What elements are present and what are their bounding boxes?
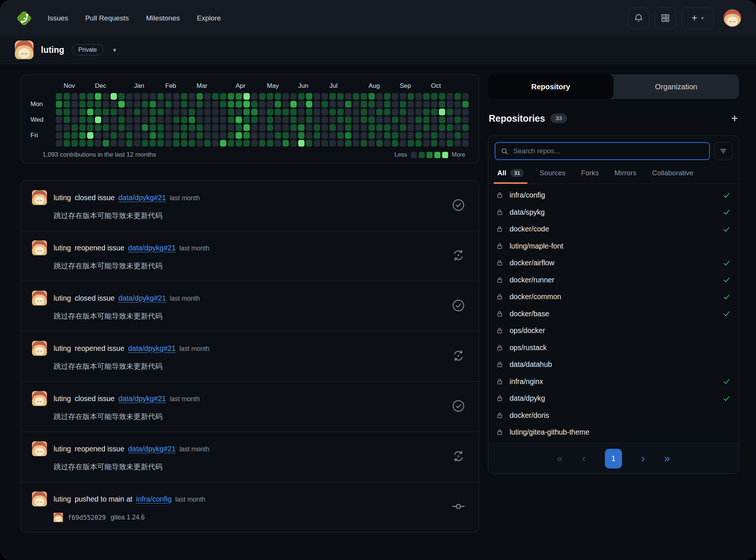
feed-target-link[interactable]: data/dpykg#21 xyxy=(118,294,166,303)
repo-list-item[interactable]: docker/common xyxy=(488,288,739,305)
gitea-logo-icon[interactable] xyxy=(15,9,34,28)
heatmap-cell xyxy=(353,132,359,139)
legend-cell xyxy=(411,152,417,158)
heatmap-cell xyxy=(157,124,164,131)
nav-link-explore[interactable]: Explore xyxy=(197,14,221,22)
pagination-page-1[interactable]: 1 xyxy=(605,449,622,468)
actor-name[interactable]: luting xyxy=(54,445,71,453)
admin-panel-button[interactable] xyxy=(655,7,676,29)
heatmap-cell xyxy=(283,140,289,147)
tab-repository[interactable]: Repository xyxy=(488,74,613,99)
repo-list-item[interactable]: infra/config xyxy=(488,187,739,204)
actor-avatar[interactable] xyxy=(32,291,47,305)
actor-name[interactable]: luting xyxy=(54,495,71,503)
repo-list-item[interactable]: docker/base xyxy=(488,305,739,323)
heatmap-cell xyxy=(111,132,117,139)
repositories-card: All31SourcesForksMirrorsCollaborative in… xyxy=(488,135,739,474)
repo-list-item[interactable]: docker/code xyxy=(488,221,739,238)
nav-link-pull-requests[interactable]: Pull Requests xyxy=(85,14,129,22)
tab-organization[interactable]: Organization xyxy=(613,74,739,99)
feed-target-link[interactable]: data/dpykg#21 xyxy=(128,244,176,252)
repo-filter-all[interactable]: All31 xyxy=(497,164,524,183)
repo-search-input[interactable] xyxy=(513,147,704,155)
add-repository-button[interactable]: + xyxy=(731,112,738,124)
feed-target-link[interactable]: data/dpykg#21 xyxy=(118,394,166,403)
repo-filter-sources[interactable]: Sources xyxy=(539,164,566,183)
repo-list-item[interactable]: data/datahub xyxy=(488,356,739,373)
pagination-last-page[interactable]: » xyxy=(664,453,670,464)
actor-avatar[interactable] xyxy=(32,190,47,205)
heatmap-cell xyxy=(142,116,148,123)
repo-list-item[interactable]: docker/airflow xyxy=(488,255,739,272)
heatmap-cell xyxy=(165,132,172,139)
repo-filter-forks[interactable]: Forks xyxy=(580,164,600,183)
profile-avatar[interactable] xyxy=(15,41,34,59)
heatmap-cell xyxy=(376,116,383,123)
actor-avatar[interactable] xyxy=(32,341,47,356)
heatmap-cell xyxy=(400,93,406,100)
profile-dropdown-caret-icon[interactable]: ▼ xyxy=(112,47,117,53)
heatmap-cell xyxy=(369,109,375,115)
feed-timestamp: last month xyxy=(170,395,200,403)
actor-name[interactable]: luting xyxy=(54,244,71,252)
actor-name[interactable]: luting xyxy=(54,193,71,202)
repo-list-item[interactable]: luting/maple-font xyxy=(488,238,739,255)
notifications-button[interactable] xyxy=(628,7,649,29)
actor-name[interactable]: luting xyxy=(54,294,71,303)
feed-target-link[interactable]: data/dpykg#21 xyxy=(128,344,176,353)
heatmap-cell xyxy=(447,101,453,108)
actor-avatar[interactable] xyxy=(32,391,47,406)
heatmap-cell xyxy=(329,93,336,100)
heatmap-cell xyxy=(361,93,367,100)
repo-filter-collaborative[interactable]: Collaborative xyxy=(651,164,694,183)
heatmap-cell xyxy=(142,101,148,108)
heatmap-cell xyxy=(134,109,140,115)
repo-list-item[interactable]: ops/docker xyxy=(488,322,739,339)
heatmap-month-label: Mar xyxy=(197,82,207,90)
heatmap-cell xyxy=(322,93,328,100)
repo-filter-mirrors[interactable]: Mirrors xyxy=(614,164,637,183)
actor-name[interactable]: luting xyxy=(54,344,71,353)
heatmap-cell xyxy=(79,101,86,108)
heatmap-cell xyxy=(173,132,179,139)
top-navbar: IssuesPull RequestsMilestonesExplore + ▾ xyxy=(0,0,756,36)
legend-cell xyxy=(419,152,425,158)
visibility-badge: Private xyxy=(72,44,104,55)
heatmap-cell xyxy=(337,116,344,123)
heatmap-cell xyxy=(400,109,406,115)
repo-filter-button[interactable] xyxy=(714,142,732,160)
filter-icon xyxy=(719,147,727,155)
legend-more-label: More xyxy=(452,151,465,158)
actor-avatar[interactable] xyxy=(32,492,47,506)
actor-avatar[interactable] xyxy=(32,441,47,456)
feed-target-link[interactable]: data/dpykg#21 xyxy=(118,193,166,202)
feed-target-link[interactable]: infra/config xyxy=(136,495,172,503)
nav-link-milestones[interactable]: Milestones xyxy=(146,14,180,22)
commit-hash-link[interactable]: f69d552029 xyxy=(68,514,106,521)
feed-target-link[interactable]: data/dpykg#21 xyxy=(128,445,176,453)
user-avatar[interactable] xyxy=(724,9,741,27)
nav-link-issues[interactable]: Issues xyxy=(48,14,68,22)
repo-list-item[interactable]: data/dpykg xyxy=(488,390,739,407)
repo-list-item[interactable]: luting/gitea-github-theme xyxy=(488,424,739,441)
right-column: RepositoryOrganization Repositories 33 +… xyxy=(488,74,739,474)
repo-list-item[interactable]: data/spykg xyxy=(488,204,739,221)
heatmap-cell xyxy=(275,132,281,139)
heatmap-cell xyxy=(197,140,203,147)
repo-list-item[interactable]: docker/runner xyxy=(488,272,739,289)
repo-list-item[interactable]: ops/rustack xyxy=(488,339,739,356)
heatmap-month-label: Nov xyxy=(64,82,75,90)
pagination-next-page[interactable]: › xyxy=(641,453,645,464)
create-new-button[interactable]: + ▾ xyxy=(682,7,714,29)
repo-list-item[interactable]: infra/nginx xyxy=(488,373,739,390)
commit-icon xyxy=(452,500,465,515)
repo-list-item[interactable]: docker/doris xyxy=(488,407,739,424)
heatmap-cell xyxy=(64,116,70,123)
actor-avatar[interactable] xyxy=(32,240,47,255)
heatmap-cell xyxy=(150,101,156,108)
feed-entry-title: lutingreopened issuedata/dpykg#21last mo… xyxy=(54,344,210,353)
heatmap-cell xyxy=(228,124,234,131)
actor-name[interactable]: luting xyxy=(54,394,71,403)
chevron-down-icon: ▾ xyxy=(701,15,704,21)
feed-entry-title: lutingclosed issuedata/dpykg#21last mont… xyxy=(54,193,200,202)
